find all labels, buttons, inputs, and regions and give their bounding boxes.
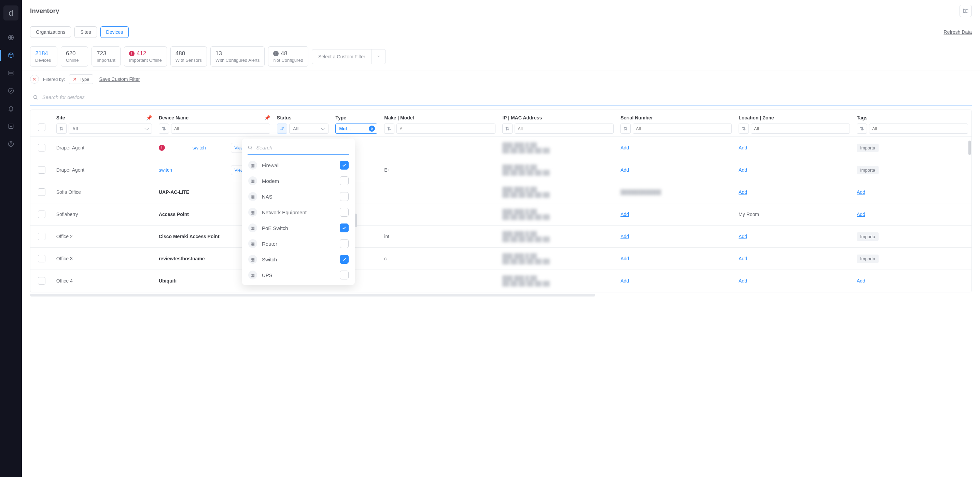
filter-type[interactable]: Mul…✕ xyxy=(335,124,377,134)
dropdown-checkbox[interactable] xyxy=(340,208,348,217)
dropdown-checkbox[interactable] xyxy=(340,255,348,264)
dropdown-item[interactable]: ▦NAS xyxy=(248,189,349,204)
dropdown-checkbox[interactable] xyxy=(340,271,348,279)
app-logo: d xyxy=(3,5,18,21)
add-serial-link[interactable]: Add xyxy=(620,278,629,284)
row-checkbox[interactable] xyxy=(38,211,45,218)
sort-ip[interactable]: ⇅ xyxy=(502,124,512,134)
add-tag-link[interactable]: Add xyxy=(857,212,865,217)
filter-device-input[interactable] xyxy=(171,124,270,134)
add-serial-link[interactable]: Add xyxy=(620,145,629,151)
search-input[interactable] xyxy=(42,94,970,100)
add-serial-link[interactable]: Add xyxy=(620,234,629,239)
device-name[interactable]: switch xyxy=(159,167,172,173)
row-checkbox[interactable] xyxy=(38,255,45,262)
add-location-link[interactable]: Add xyxy=(738,167,747,173)
filter-make-input[interactable] xyxy=(396,124,495,134)
refresh-data-link[interactable]: Refresh Data xyxy=(944,29,972,35)
nav-bell-icon[interactable] xyxy=(0,100,22,117)
nav-shield-icon[interactable] xyxy=(0,82,22,100)
horizontal-scrollbar[interactable] xyxy=(30,294,595,296)
dropdown-checkbox[interactable] xyxy=(340,176,348,185)
stat-important-offline[interactable]: !412Important Offline xyxy=(124,46,167,67)
dropdown-item[interactable]: ▦Switch xyxy=(248,252,349,267)
add-serial-link[interactable]: Add xyxy=(620,167,629,173)
chevron-down-icon[interactable] xyxy=(372,49,385,64)
sort-make[interactable]: ⇅ xyxy=(384,124,395,134)
stat-with-sensors[interactable]: 480With Sensors xyxy=(170,46,207,67)
tab-devices[interactable]: Devices xyxy=(100,26,129,38)
nav-inventory-icon[interactable] xyxy=(0,46,22,64)
add-tag-link[interactable]: Add xyxy=(857,189,865,195)
custom-filter-dropdown[interactable]: Select a Custom Filter xyxy=(312,49,386,64)
filter-site[interactable]: All xyxy=(68,124,152,134)
row-checkbox[interactable] xyxy=(38,166,45,174)
filter-serial-input[interactable] xyxy=(633,124,732,134)
clear-type-filter-icon[interactable]: ✕ xyxy=(369,125,375,132)
filter-status[interactable]: All xyxy=(289,124,329,134)
stat-devices[interactable]: 2184Devices xyxy=(30,46,57,67)
dropdown-item[interactable]: ▦Firewall xyxy=(248,157,349,173)
tab-sites[interactable]: Sites xyxy=(75,26,97,38)
search-icon xyxy=(33,95,38,100)
add-location-link[interactable]: Add xyxy=(738,256,747,261)
add-serial-link[interactable]: Add xyxy=(620,256,629,261)
tag-pill[interactable]: Importa xyxy=(857,232,878,241)
tab-organizations[interactable]: Organizations xyxy=(30,26,71,38)
filter-location-input[interactable] xyxy=(751,124,850,134)
dropdown-scrollbar[interactable] xyxy=(355,214,357,227)
vertical-scrollbar[interactable] xyxy=(968,141,971,155)
stat-important[interactable]: 723Important xyxy=(92,46,121,67)
select-all-checkbox[interactable] xyxy=(38,124,45,131)
dropdown-item[interactable]: ▦PoE Switch xyxy=(248,220,349,236)
row-checkbox[interactable] xyxy=(38,233,45,240)
add-location-link[interactable]: Add xyxy=(738,189,747,195)
sort-site[interactable]: ⇅ xyxy=(56,124,67,134)
pin-icon[interactable]: 📌 xyxy=(146,115,152,120)
stat-not-configured[interactable]: !48Not Configured xyxy=(268,46,308,67)
dropdown-checkbox[interactable] xyxy=(340,161,348,170)
row-checkbox[interactable] xyxy=(38,277,45,285)
dropdown-item[interactable]: ▦Router xyxy=(248,236,349,252)
sort-serial[interactable]: ⇅ xyxy=(620,124,631,134)
filter-tags-input[interactable] xyxy=(869,124,968,134)
row-checkbox[interactable] xyxy=(38,189,45,196)
sort-location[interactable]: ⇅ xyxy=(738,124,749,134)
dropdown-item[interactable]: ▦Modem xyxy=(248,173,349,189)
tag-pill[interactable]: Importa xyxy=(857,255,878,263)
dropdown-checkbox[interactable] xyxy=(340,239,348,248)
add-location-link[interactable]: Add xyxy=(738,145,747,151)
stat-online[interactable]: 620Online xyxy=(61,46,88,67)
add-location-link[interactable]: Add xyxy=(738,234,747,239)
stat-sensors-num: 480 xyxy=(175,50,202,57)
stat-with-alerts[interactable]: 13With Configured Alerts xyxy=(210,46,265,67)
dropdown-checkbox[interactable] xyxy=(340,223,348,232)
add-serial-link[interactable]: Add xyxy=(620,212,629,217)
nav-chart-icon[interactable] xyxy=(0,117,22,135)
device-name[interactable]: switch xyxy=(192,145,206,151)
nav-server-icon[interactable] xyxy=(0,64,22,82)
device-name: reviewtesthostname xyxy=(159,256,205,261)
add-tag-link[interactable]: Add xyxy=(857,278,865,284)
row-checkbox[interactable] xyxy=(38,144,45,152)
filter-ip-input[interactable] xyxy=(515,124,614,134)
dropdown-checkbox[interactable] xyxy=(340,192,348,201)
dropdown-item[interactable]: ▦Network Equipment xyxy=(248,204,349,220)
save-custom-filter-link[interactable]: Save Custom Filter xyxy=(99,76,140,82)
clear-all-filters-button[interactable]: ✕ xyxy=(30,75,39,84)
sort-status[interactable] xyxy=(277,124,287,134)
dropdown-item-label: UPS xyxy=(262,272,272,278)
nav-globe-icon[interactable] xyxy=(0,29,22,46)
help-book-button[interactable] xyxy=(959,5,972,17)
nav-user-icon[interactable] xyxy=(0,135,22,153)
dropdown-search-input[interactable] xyxy=(256,145,349,151)
sort-device[interactable]: ⇅ xyxy=(159,124,169,134)
add-location-link[interactable]: Add xyxy=(738,278,747,284)
site-value: Draper Agent xyxy=(56,145,85,151)
remove-chip-icon[interactable]: ✕ xyxy=(73,76,77,82)
dropdown-item[interactable]: ▦UPS xyxy=(248,267,349,283)
tag-pill[interactable]: Importa xyxy=(857,166,878,174)
tag-pill[interactable]: Importa xyxy=(857,144,878,152)
sort-tags[interactable]: ⇅ xyxy=(857,124,867,134)
pin-icon[interactable]: 📌 xyxy=(264,115,270,120)
